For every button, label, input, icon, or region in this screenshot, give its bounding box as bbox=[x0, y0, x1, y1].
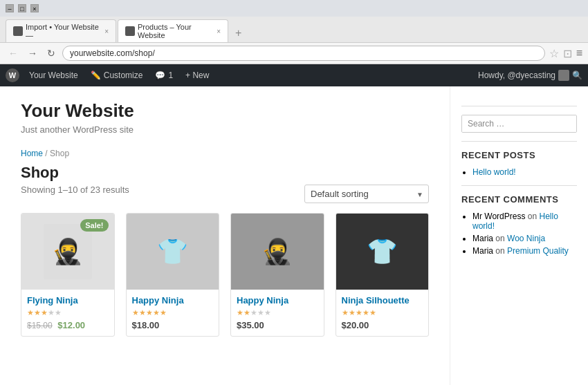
product-card-1: 👕 Happy Ninja ★★★★★ $18.00 bbox=[126, 213, 220, 337]
admin-site-name[interactable]: Your Website bbox=[24, 64, 84, 86]
recent-comments-title: RECENT COMMENTS bbox=[461, 194, 577, 205]
comment-on-0: on bbox=[528, 212, 540, 221]
product-name-2[interactable]: Happy Ninja bbox=[237, 295, 318, 306]
menu-icon[interactable]: ≡ bbox=[576, 47, 582, 59]
search-widget: 🔍 bbox=[461, 115, 577, 133]
product-price-0: $15.00 $12.00 bbox=[27, 320, 109, 330]
comment-post-link-2[interactable]: Premium Quality bbox=[507, 246, 569, 256]
star-2: ★ bbox=[349, 308, 356, 317]
price-2: $35.00 bbox=[237, 320, 264, 330]
comment-post-link-1[interactable]: Woo Ninja bbox=[507, 234, 545, 243]
product-stars-1: ★★★★★ bbox=[132, 308, 214, 317]
price-old-0: $15.00 bbox=[27, 321, 53, 330]
product-name-1[interactable]: Happy Ninja bbox=[132, 295, 214, 306]
recent-comment-0: Mr WordPress on Hello world! bbox=[472, 212, 577, 231]
star-5: ★ bbox=[369, 308, 376, 317]
product-card-0: 🥷 Sale! Flying Ninja ★★★★★ $15.00 $12.00 bbox=[21, 213, 115, 337]
star-3: ★ bbox=[146, 308, 153, 317]
star-4: ★ bbox=[257, 308, 264, 317]
star-2: ★ bbox=[244, 308, 250, 317]
product-thumbnail-2: 🥷 bbox=[253, 224, 302, 279]
product-stars-0: ★★★★★ bbox=[27, 308, 109, 317]
address-bar: ← → ↻ ☆ ⊡ ≡ bbox=[0, 42, 588, 64]
star-1: ★ bbox=[27, 308, 34, 317]
star-2: ★ bbox=[139, 308, 146, 317]
extension-icon[interactable]: ⊡ bbox=[563, 47, 572, 60]
recent-posts-title: RECENT POSTS bbox=[461, 150, 577, 160]
tab-import[interactable]: Import • Your Website — × bbox=[6, 19, 116, 42]
customize-icon: ✏️ bbox=[91, 71, 101, 80]
star-1: ★ bbox=[237, 308, 244, 317]
showing-text: Showing 1–10 of 23 results bbox=[21, 185, 129, 195]
shop-heading: Shop bbox=[21, 164, 429, 182]
customize-label: Customize bbox=[104, 71, 143, 80]
recent-comment-1: Maria on Woo Ninja bbox=[472, 234, 577, 243]
breadcrumb: Home / Shop bbox=[21, 149, 429, 158]
page-wrapper: Your Website Just another WordPress site… bbox=[0, 86, 588, 385]
search-input[interactable] bbox=[462, 115, 577, 132]
close-button[interactable]: × bbox=[30, 4, 39, 12]
product-image-2: 🥷 bbox=[231, 214, 324, 290]
user-avatar[interactable] bbox=[558, 70, 569, 81]
product-image-3: 👕 bbox=[336, 214, 429, 290]
howdy-text: Howdy, @dyecasting bbox=[478, 71, 555, 80]
forward-button[interactable]: → bbox=[25, 46, 40, 60]
new-tab-button[interactable]: + bbox=[230, 24, 247, 42]
admin-bar-left: W Your Website ✏️ Customize 💬 1 + New bbox=[6, 64, 214, 86]
main-content: Your Website Just another WordPress site… bbox=[0, 86, 450, 385]
tab-close-import[interactable]: × bbox=[104, 28, 109, 35]
bookmark-icon[interactable]: ☆ bbox=[549, 47, 559, 60]
tab-bar: Import • Your Website — × Products – You… bbox=[0, 17, 588, 42]
site-tagline: Just another WordPress site bbox=[21, 124, 429, 135]
title-bar: – □ × bbox=[0, 0, 588, 17]
address-input[interactable] bbox=[62, 46, 545, 61]
product-thumbnail-1: 👕 bbox=[148, 224, 196, 279]
product-thumbnail-0: 🥷 bbox=[44, 224, 92, 279]
comment-author-1: Maria bbox=[472, 234, 493, 243]
product-price-2: $35.00 bbox=[237, 320, 318, 330]
price-3: $20.00 bbox=[342, 320, 369, 330]
minimize-button[interactable]: – bbox=[6, 4, 14, 12]
wp-logo[interactable]: W bbox=[6, 68, 19, 82]
tab-favicon bbox=[13, 26, 23, 36]
breadcrumb-home[interactable]: Home bbox=[21, 149, 43, 158]
product-price-3: $20.00 bbox=[342, 320, 423, 330]
recent-post-link-0[interactable]: Hello world! bbox=[472, 167, 516, 177]
product-stars-2: ★★★★★ bbox=[237, 308, 318, 317]
product-price-1: $18.00 bbox=[132, 320, 214, 330]
back-button[interactable]: ← bbox=[6, 46, 21, 60]
star-4: ★ bbox=[153, 308, 160, 317]
star-1: ★ bbox=[132, 308, 139, 317]
star-5: ★ bbox=[55, 308, 62, 317]
admin-comments[interactable]: 💬 1 bbox=[149, 64, 178, 86]
refresh-button[interactable]: ↻ bbox=[44, 46, 58, 60]
window-controls: – □ × bbox=[6, 4, 39, 12]
price-new-0: $12.00 bbox=[57, 320, 85, 330]
star-1: ★ bbox=[342, 308, 349, 317]
wp-admin-bar: W Your Website ✏️ Customize 💬 1 + New Ho… bbox=[0, 64, 588, 86]
tab-favicon-active bbox=[125, 26, 135, 36]
sort-select[interactable]: Default sorting Sort by popularity Sort … bbox=[304, 185, 429, 203]
tab-label-active: Products – Your Website bbox=[138, 23, 211, 39]
product-name-3[interactable]: Ninja Silhouette bbox=[342, 295, 423, 306]
tab-close-products[interactable]: × bbox=[217, 28, 221, 35]
admin-customize[interactable]: ✏️ Customize bbox=[85, 64, 149, 86]
maximize-button[interactable]: □ bbox=[18, 4, 26, 12]
star-4: ★ bbox=[362, 308, 369, 317]
shop-toolbar: Showing 1–10 of 23 results Default sorti… bbox=[21, 185, 429, 203]
star-2: ★ bbox=[34, 308, 41, 317]
star-3: ★ bbox=[41, 308, 48, 317]
comment-on-2: on bbox=[495, 246, 507, 256]
recent-post-0: Hello world! bbox=[472, 167, 577, 177]
sort-wrapper: Default sorting Sort by popularity Sort … bbox=[304, 185, 429, 203]
recent-comment-2: Maria on Premium Quality bbox=[472, 246, 577, 256]
tab-products[interactable]: Products – Your Website × bbox=[118, 19, 228, 42]
product-name-0[interactable]: Flying Ninja bbox=[27, 295, 109, 306]
admin-new[interactable]: + New bbox=[180, 64, 214, 86]
admin-bar-right: Howdy, @dyecasting 🔍 bbox=[478, 70, 582, 81]
search-icon-admin[interactable]: 🔍 bbox=[572, 71, 582, 80]
product-card-2: 🥷 Happy Ninja ★★★★★ $35.00 bbox=[230, 213, 324, 337]
browser-chrome: – □ × Import • Your Website — × Products… bbox=[0, 0, 588, 64]
comment-on-1: on bbox=[495, 234, 507, 243]
sidebar: 🔍 RECENT POSTS Hello world! RECENT COMME… bbox=[450, 86, 588, 385]
